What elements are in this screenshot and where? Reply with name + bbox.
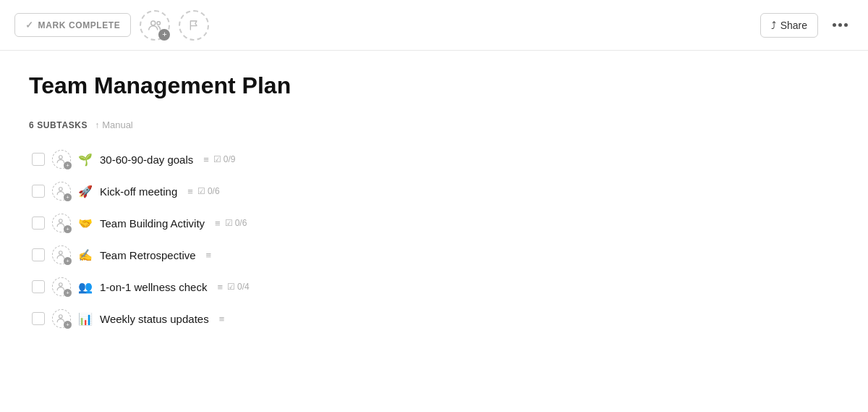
task-row[interactable]: + 🌱 30-60-90-day goals ≡ ☑ 0/9 [29,143,839,175]
task-menu-icon[interactable]: ≡ [219,314,225,324]
task-meta: ≡ ☑ 0/6 [215,218,247,229]
task-row[interactable]: + 👥 1-on-1 wellness check ≡ ☑ 0/4 [29,271,839,303]
task-avatar[interactable]: + [52,245,71,264]
progress-check-icon: ☑ [225,218,233,228]
progress-check-icon: ☑ [227,282,235,292]
task-progress: ☑ 0/9 [213,154,236,164]
task-emoji: 👥 [78,280,93,294]
avatar-plus-badge: + [64,289,72,297]
task-checkbox[interactable] [32,248,45,261]
share-label: Share [780,20,807,31]
task-emoji: 🌱 [78,153,93,167]
task-meta: ≡ [219,314,225,324]
avatar-plus-badge: + [64,225,72,233]
dot-2 [838,23,842,27]
task-row[interactable]: + 🚀 Kick-off meeting ≡ ☑ 0/6 [29,175,839,207]
avatar-plus-badge: + [64,193,72,201]
svg-point-6 [59,283,63,287]
main-content: Team Management Plan 6 SUBTASKS ↑ Manual… [0,51,868,356]
task-meta: ≡ [206,250,212,261]
progress-check-icon: ☑ [197,186,205,196]
task-emoji: 📊 [78,312,93,326]
task-meta: ≡ ☑ 0/6 [187,186,219,197]
dot-1 [833,23,836,27]
progress-count: 0/4 [237,282,250,292]
milestone-button[interactable] [179,10,209,41]
check-icon: ✓ [25,20,34,30]
more-options-button[interactable] [827,20,854,30]
sort-button[interactable]: ↑ Manual [95,119,133,130]
svg-point-7 [59,315,63,319]
task-emoji: ✍️ [78,248,93,262]
task-row[interactable]: + 🤝 Team Building Activity ≡ ☑ 0/6 [29,207,839,239]
svg-point-1 [157,21,161,25]
task-meta: ≡ ☑ 0/9 [203,154,235,165]
task-checkbox[interactable] [32,312,45,325]
task-row[interactable]: + 📊 Weekly status updates ≡ [29,303,839,335]
task-menu-icon[interactable]: ≡ [203,154,209,165]
task-emoji: 🚀 [78,185,93,198]
share-button[interactable]: ⤴ Share [760,13,818,38]
flag-icon [188,20,200,31]
sort-label: Manual [102,119,133,130]
task-meta: ≡ ☑ 0/4 [217,282,249,293]
dot-3 [844,23,848,27]
task-name: Team Retrospective [100,249,196,261]
sort-arrow-icon: ↑ [95,120,99,130]
task-name: 30-60-90-day goals [100,154,193,166]
task-progress: ☑ 0/6 [197,186,220,196]
avatar-plus-badge: + [64,257,72,265]
task-list: + 🌱 30-60-90-day goals ≡ ☑ 0/9 + [29,143,839,335]
toolbar-right: ⤴ Share [760,13,854,38]
progress-check-icon: ☑ [213,154,221,164]
plus-badge: + [158,29,170,41]
task-checkbox[interactable] [32,153,45,166]
task-avatar[interactable]: + [52,214,71,232]
task-menu-icon[interactable]: ≡ [215,218,221,229]
task-emoji: 🤝 [78,216,93,230]
avatar-plus-badge: + [64,321,72,329]
task-menu-icon[interactable]: ≡ [217,282,223,293]
mark-complete-button[interactable]: ✓ MARK COMPLETE [14,13,131,37]
avatar-plus-badge: + [64,161,72,169]
task-avatar[interactable]: + [52,182,71,201]
people-icon [148,20,161,31]
subtasks-count: 6 SUBTASKS [29,120,88,130]
task-name: 1-on-1 wellness check [100,281,207,293]
task-avatar[interactable]: + [52,309,71,328]
svg-point-3 [59,188,63,191]
subtasks-header: 6 SUBTASKS ↑ Manual [29,119,839,130]
task-row[interactable]: + ✍️ Team Retrospective ≡ [29,239,839,271]
task-name: Team Building Activity [100,217,205,230]
svg-point-4 [59,219,63,223]
share-icon: ⤴ [771,20,776,31]
task-checkbox[interactable] [32,185,45,198]
task-name: Kick-off meeting [100,185,177,198]
task-progress: ☑ 0/6 [225,218,247,228]
task-name: Weekly status updates [100,313,209,325]
mark-complete-label: MARK COMPLETE [38,20,121,30]
svg-point-0 [151,21,156,25]
task-avatar[interactable]: + [52,150,71,169]
task-progress: ☑ 0/4 [227,282,250,292]
add-assignee-button[interactable]: + [140,10,170,41]
task-checkbox[interactable] [32,280,45,293]
task-menu-icon[interactable]: ≡ [206,250,212,261]
task-menu-icon[interactable]: ≡ [187,186,193,197]
svg-point-2 [59,156,63,159]
task-avatar[interactable]: + [52,277,71,296]
page-title: Team Management Plan [29,72,839,99]
progress-count: 0/6 [235,218,247,228]
toolbar: ✓ MARK COMPLETE + ⤴ Share [0,0,868,51]
task-checkbox[interactable] [32,216,45,230]
progress-count: 0/9 [224,154,236,164]
svg-point-5 [59,251,63,255]
progress-count: 0/6 [208,186,220,196]
